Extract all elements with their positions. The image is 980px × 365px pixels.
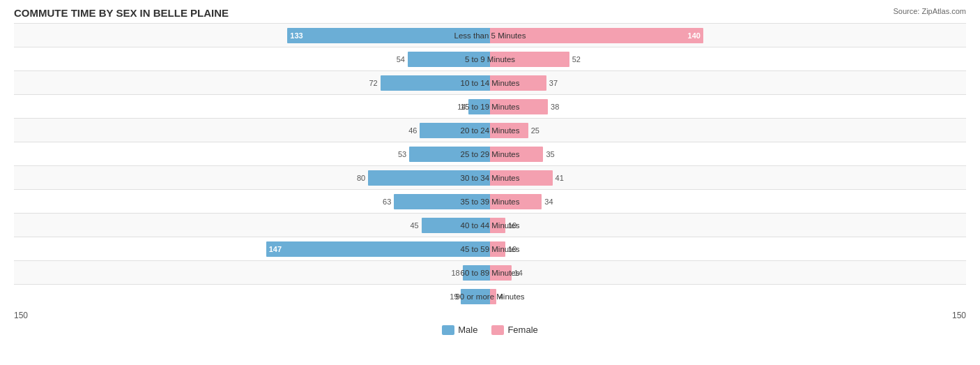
bar-row: 4540 to 44 Minutes10 <box>14 213 966 237</box>
axis-left: 150 <box>14 311 28 320</box>
right-section: 41 <box>490 166 966 189</box>
legend-male: Male <box>442 325 477 335</box>
bar-row: 6335 to 39 Minutes34 <box>14 189 966 213</box>
row-label: 20 to 24 Minutes <box>460 126 519 135</box>
male-value-outside: 63 <box>383 198 391 206</box>
male-value-outside: 80 <box>357 174 365 182</box>
right-section: 25 <box>490 119 966 142</box>
male-value-outside: 18 <box>451 269 459 277</box>
row-label: 30 to 34 Minutes <box>460 174 519 182</box>
bar-row: 1990 or more Minutes4 <box>14 284 966 308</box>
right-section: 4 <box>490 285 966 308</box>
female-value-outside: 35 <box>546 150 554 158</box>
legend-male-label: Male <box>458 325 477 335</box>
female-value-outside: 34 <box>544 198 553 206</box>
bar-row: 5325 to 29 Minutes35 <box>14 142 966 165</box>
bar-row: 1860 to 89 Minutes14 <box>14 260 966 284</box>
row-label: 60 to 89 Minutes <box>460 269 519 277</box>
male-value-outside: 54 <box>397 55 405 64</box>
row-label: 5 to 9 Minutes <box>465 55 515 64</box>
bar-row: 8030 to 34 Minutes41 <box>14 165 966 189</box>
right-section: 10 <box>490 237 966 260</box>
bar-row: 4620 to 24 Minutes25 <box>14 118 966 142</box>
right-section: 14 <box>490 261 966 284</box>
male-value-outside: 46 <box>408 126 417 135</box>
left-section: 72 <box>14 71 490 94</box>
row-label: 35 to 39 Minutes <box>460 198 519 206</box>
bar-row: 545 to 9 Minutes52 <box>14 47 966 70</box>
male-value-outside: 45 <box>410 221 418 230</box>
left-section: 14 <box>14 95 490 118</box>
right-section: 38 <box>490 95 966 118</box>
bar-row: 7210 to 14 Minutes37 <box>14 70 966 94</box>
male-value-inside: 133 <box>287 31 303 40</box>
right-section: 35 <box>490 142 966 165</box>
right-section: 34 <box>490 190 966 213</box>
left-section: 18 <box>14 261 490 284</box>
row-label: 25 to 29 Minutes <box>460 150 519 158</box>
bar-row: 1415 to 19 Minutes38 <box>14 94 966 118</box>
male-value-inside: 147 <box>266 245 282 253</box>
female-value-outside: 52 <box>572 55 581 64</box>
row-label: Less than 5 Minutes <box>454 31 526 40</box>
female-value-outside: 38 <box>551 103 559 111</box>
legend: Male Female <box>14 325 966 335</box>
row-label: 10 to 14 Minutes <box>460 79 519 87</box>
left-section: 147 <box>14 237 490 260</box>
axis-labels: 150 150 <box>14 311 966 320</box>
legend-female-box <box>491 325 504 335</box>
legend-male-box <box>442 325 454 335</box>
left-section: 54 <box>14 47 490 70</box>
left-section: 46 <box>14 119 490 142</box>
male-bar: 147 <box>266 241 490 257</box>
right-section: 140 <box>490 24 966 47</box>
left-section: 53 <box>14 142 490 165</box>
bar-row: 14745 to 59 Minutes10 <box>14 237 966 260</box>
chart-title: COMMUTE TIME BY SEX IN BELLE PLAINE <box>14 7 966 19</box>
right-section: 37 <box>490 71 966 94</box>
female-value-outside: 37 <box>549 79 558 87</box>
female-value-outside: 25 <box>531 126 539 135</box>
bars-area: 133Less than 5 Minutes140545 to 9 Minute… <box>14 23 966 308</box>
legend-female-label: Female <box>507 325 537 335</box>
row-label: 45 to 59 Minutes <box>460 245 519 253</box>
row-label: 90 or more Minutes <box>455 292 524 301</box>
chart-container: COMMUTE TIME BY SEX IN BELLE PLAINE Sour… <box>0 0 980 365</box>
left-section: 133 <box>14 24 490 47</box>
left-section: 80 <box>14 166 490 189</box>
bar-row: 133Less than 5 Minutes140 <box>14 23 966 47</box>
male-value-outside: 53 <box>398 150 406 158</box>
left-section: 19 <box>14 285 490 308</box>
male-value-outside: 72 <box>369 79 377 87</box>
left-section: 63 <box>14 190 490 213</box>
left-section: 45 <box>14 214 490 237</box>
right-section: 10 <box>490 214 966 237</box>
row-label: 40 to 44 Minutes <box>460 221 519 230</box>
female-value-outside: 41 <box>556 174 564 182</box>
female-value-inside: 140 <box>688 31 703 40</box>
row-label: 15 to 19 Minutes <box>460 103 519 111</box>
legend-female: Female <box>491 325 537 335</box>
axis-right: 150 <box>952 311 966 320</box>
source-text: Source: ZipAtlas.com <box>893 7 966 15</box>
right-section: 52 <box>490 47 966 70</box>
